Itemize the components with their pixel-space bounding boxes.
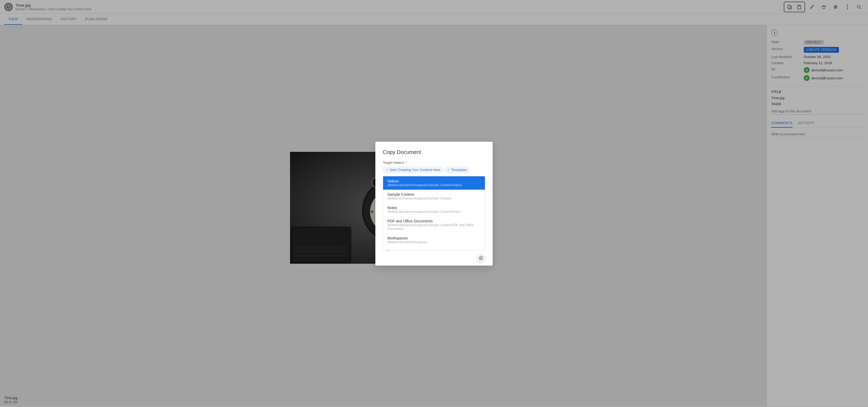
modal-title: Copy Document <box>383 149 485 155</box>
dropdown-item-name-2: Notes <box>388 206 480 210</box>
modal-overlay[interactable]: Copy Document Target folders: * × Start … <box>0 0 868 406</box>
dropdown-item-name-4: Workspaces <box>388 236 480 240</box>
dropdown-item-path-4: /default-domain/workspaces <box>388 240 480 244</box>
target-folders-label: Target folders: * <box>383 161 485 165</box>
chip-remove-1[interactable]: × <box>386 168 388 172</box>
copy-document-modal: Copy Document Target folders: * × Start … <box>375 142 493 266</box>
dropdown-item-path-2: /default-domain/workspaces/Sample Conten… <box>388 210 480 214</box>
modal-close-button[interactable] <box>477 254 485 262</box>
dropdown-item-2[interactable]: Notes /default-domain/workspaces/Sample … <box>383 203 485 216</box>
dropdown-item-path-3: /default-domain/workspaces/Sample Conten… <box>388 223 480 231</box>
dropdown-item-3[interactable]: PDF and Office Documents /default-domain… <box>383 216 485 233</box>
dropdown-item-name-0: Videos <box>388 179 480 183</box>
dropdown-item-path-1: /default-domain/workspaces/Sample Conten… <box>388 197 480 200</box>
folders-dropdown: Videos /default-domain/workspaces/Sample… <box>383 176 485 251</box>
selected-folders-chips: × Start Creating Your Content Here × Tem… <box>383 167 485 173</box>
dropdown-item-name-1: Sample Content <box>388 192 480 197</box>
dropdown-item-name-3: PDF and Office Documents <box>388 219 480 223</box>
dropdown-item-5[interactable]: Banners <box>383 247 485 251</box>
dropdown-item-1[interactable]: Sample Content /default-domain/workspace… <box>383 190 485 203</box>
chip-remove-2[interactable]: × <box>447 168 450 172</box>
dropdown-item-0[interactable]: Videos /default-domain/workspaces/Sample… <box>383 176 485 190</box>
dropdown-item-path-0: /default-domain/workspaces/Sample Conten… <box>388 183 480 187</box>
chip-templates: × Templates <box>444 167 470 173</box>
modal-bottom <box>383 251 485 266</box>
chip-link-1[interactable]: Start Creating Your Content Here <box>390 168 440 172</box>
chip-link-2[interactable]: Templates <box>451 168 467 172</box>
chip-start-creating: × Start Creating Your Content Here <box>383 167 443 173</box>
dropdown-item-4[interactable]: Workspaces /default-domain/workspaces <box>383 233 485 247</box>
required-star: * <box>406 161 407 165</box>
